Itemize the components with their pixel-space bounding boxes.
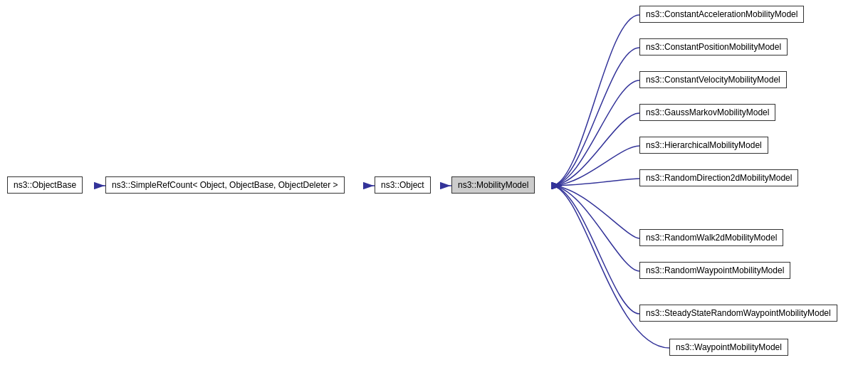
node-random-walk2d: ns3::RandomWalk2dMobilityModel [639, 229, 783, 246]
node-random-direction2d: ns3::RandomDirection2dMobilityModel [639, 169, 798, 186]
node-steady-state: ns3::SteadyStateRandomWaypointMobilityMo… [639, 305, 837, 322]
node-gauss-markov: ns3::GaussMarkovMobilityModel [639, 104, 775, 121]
node-constant-acceleration: ns3::ConstantAccelerationMobilityModel [639, 6, 804, 23]
node-mobilitymodel: ns3::MobilityModel [451, 176, 535, 194]
node-simplerefcount: ns3::SimpleRefCount< Object, ObjectBase,… [105, 176, 345, 194]
node-constant-position: ns3::ConstantPositionMobilityModel [639, 38, 788, 56]
node-objectbase: ns3::ObjectBase [7, 176, 83, 194]
node-object: ns3::Object [375, 176, 431, 194]
node-waypoint: ns3::WaypointMobilityModel [669, 339, 788, 356]
node-hierarchical: ns3::HierarchicalMobilityModel [639, 137, 768, 154]
node-random-waypoint: ns3::RandomWaypointMobilityModel [639, 262, 790, 279]
node-constant-velocity: ns3::ConstantVelocityMobilityModel [639, 71, 787, 88]
diagram-container: ns3::ObjectBase ns3::SimpleRefCount< Obj… [0, 0, 868, 370]
